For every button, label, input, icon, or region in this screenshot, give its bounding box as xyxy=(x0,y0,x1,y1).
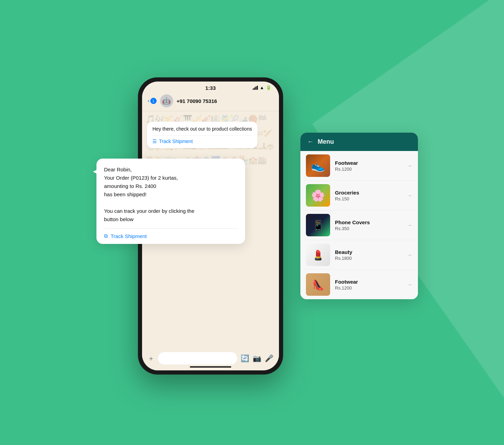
nav-bar: ‹ 1 🤖 +91 70090 75316 xyxy=(142,92,279,111)
beauty-info: Beauty Rs.1800 xyxy=(335,249,402,261)
menu-item-footwear2[interactable]: Footwear Rs.1200 → xyxy=(300,270,418,299)
unread-badge: 1 xyxy=(150,98,157,104)
groceries-price: Rs.150 xyxy=(335,196,402,201)
groceries-image xyxy=(306,184,330,207)
menu-item-groceries[interactable]: Groceries Rs.150 → xyxy=(300,181,418,210)
footwear2-info: Footwear Rs.1200 xyxy=(335,279,402,291)
footwear-arrow-icon: → xyxy=(407,163,412,169)
chat-bubble-1: Hey there, check out our to product coll… xyxy=(147,122,258,148)
track-shipment-link-2[interactable]: ⧉ Track Shipment xyxy=(104,228,237,239)
groceries-info: Groceries Rs.150 xyxy=(335,190,402,201)
menu-title: Menu xyxy=(318,138,334,145)
footwear-info: Footwear Rs.1200 xyxy=(335,160,402,172)
home-indicator xyxy=(190,366,231,368)
menu-card: ← Menu Footwear Rs.1200 → Groceries Rs.1… xyxy=(300,133,418,299)
time-label: 1:33 xyxy=(205,85,216,91)
list-icon: ☰ xyxy=(152,139,157,144)
scene: 🎧🎮🎨🎭🎪🎠🎡🎢🎣🎤🎥🎦🎧🎨🎩🎪🎫🎬🎭🎮🎯🎰🎱🎲🎳🎴🎵🎶🎷🎸🎹🎺🎻🎼🎽🎾🎿🏀🏁🏂… xyxy=(96,57,408,388)
wifi-icon: ▲ xyxy=(260,85,264,90)
phone-covers-image xyxy=(306,214,330,236)
floating-chat-bubble: Dear Robin, Your Order (P0123) for 2 kur… xyxy=(96,159,245,244)
track-shipment-label-2: Track Shipment xyxy=(111,233,147,239)
signal-icon xyxy=(253,86,258,90)
beauty-name: Beauty xyxy=(335,249,402,255)
groceries-arrow-icon: → xyxy=(407,192,412,199)
menu-items-list: Footwear Rs.1200 → Groceries Rs.150 → Ph… xyxy=(300,151,418,299)
bubble-1-text: Hey there, check out our to product coll… xyxy=(152,126,252,133)
phone-covers-arrow-icon: → xyxy=(407,222,412,228)
menu-item-beauty[interactable]: Beauty Rs.1800 → xyxy=(300,240,418,270)
phone-covers-price: Rs.350 xyxy=(335,226,402,231)
plus-icon[interactable]: ＋ xyxy=(148,354,155,363)
phone-covers-name: Phone Covers xyxy=(335,219,402,225)
sticker-icon[interactable]: 🔄 xyxy=(241,354,249,362)
track-shipment-label-1: Track Shipment xyxy=(159,139,193,144)
mic-icon[interactable]: 🎤 xyxy=(265,354,273,362)
floating-bubble-text: Dear Robin, Your Order (P0123) for 2 kur… xyxy=(104,165,237,224)
avatar: 🤖 xyxy=(160,94,173,107)
menu-item-footwear[interactable]: Footwear Rs.1200 → xyxy=(300,151,418,181)
footwear-price: Rs.1200 xyxy=(335,167,402,172)
camera-icon[interactable]: 📷 xyxy=(253,354,261,362)
back-chevron-icon: ‹ xyxy=(148,97,150,104)
footwear2-arrow-icon: → xyxy=(407,282,412,288)
groceries-name: Groceries xyxy=(335,190,402,196)
beauty-image xyxy=(306,244,330,266)
footwear2-price: Rs.1200 xyxy=(335,285,402,291)
message-input[interactable] xyxy=(158,352,237,364)
phone-covers-info: Phone Covers Rs.350 xyxy=(335,219,402,231)
footwear2-image xyxy=(306,273,330,296)
status-bar: 1:33 ▲ 🔋 xyxy=(142,82,279,92)
footwear2-name: Footwear xyxy=(335,279,402,285)
beauty-arrow-icon: → xyxy=(407,252,412,258)
back-button[interactable]: ‹ 1 xyxy=(148,97,157,104)
menu-header: ← Menu xyxy=(300,133,418,151)
footwear-name: Footwear xyxy=(335,160,402,166)
menu-item-phone-covers[interactable]: Phone Covers Rs.350 → xyxy=(300,210,418,240)
phone-number: +91 70090 75316 xyxy=(177,98,217,104)
battery-icon: 🔋 xyxy=(266,85,271,90)
track-shipment-link-1[interactable]: ☰ Track Shipment xyxy=(152,135,252,144)
menu-back-icon[interactable]: ← xyxy=(307,138,314,145)
external-link-icon: ⧉ xyxy=(104,233,108,239)
status-bar-right: ▲ 🔋 xyxy=(253,85,271,90)
footwear-image xyxy=(306,154,330,177)
beauty-price: Rs.1800 xyxy=(335,256,402,261)
